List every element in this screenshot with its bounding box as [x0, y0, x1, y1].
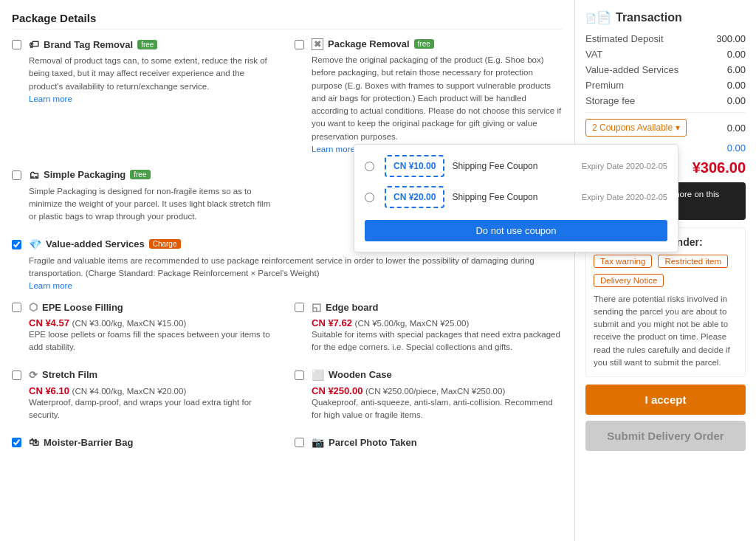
coupon-radio-1[interactable]	[365, 162, 374, 171]
value-added-row: Value-added Services 6.00	[585, 64, 746, 75]
edge-board-checkbox[interactable]	[295, 303, 304, 312]
value-added-learn-more[interactable]: Learn more	[29, 281, 72, 290]
coupon-btn-label: 2 Coupons Available	[592, 123, 673, 133]
coupon-radio-2[interactable]	[365, 193, 374, 202]
tag-icon	[29, 38, 39, 50]
brand-tag-learn-more[interactable]: Learn more	[29, 94, 72, 103]
coupon-row: 2 Coupons Available ▾ 0.00	[585, 119, 746, 137]
simple-packaging-badge: free	[130, 170, 150, 179]
moister-checkbox[interactable]	[12, 438, 21, 447]
edge-desc: Suitable for items with special packages…	[312, 328, 563, 354]
premium-value: 0.00	[727, 80, 746, 91]
brand-tag-checkbox[interactable]	[12, 40, 21, 49]
coupon2-value: 0.00	[727, 142, 746, 154]
coupon-type-2: Shipping Fee Coupon	[452, 192, 574, 202]
do-not-use-button[interactable]: Do not use coupon	[365, 220, 667, 241]
value-added-badge: Charge	[149, 239, 181, 249]
coupon-value: 0.00	[727, 123, 746, 134]
package-removal-checkbox[interactable]	[295, 40, 304, 49]
value-added-label: Value-added Services	[46, 238, 145, 249]
package-removal-desc: Remove the original packaging of the pro…	[312, 54, 563, 143]
edge-price: CN ¥7.62	[312, 317, 352, 328]
stretch-desc: Waterproof, damp-proof, and wraps your l…	[29, 396, 280, 422]
reminder-tags: Tax warning Restricted item Delivery Not…	[594, 255, 738, 287]
package-removal-badge: free	[414, 39, 434, 49]
epe-price: CN ¥4.57	[29, 317, 69, 328]
simple-packaging-desc: Simple Packaging is designed for non-fra…	[29, 185, 280, 224]
edge-price-sub: (CN ¥5.00/kg, MaxCN ¥25.00)	[355, 319, 470, 328]
coupon-button[interactable]: 2 Coupons Available ▾	[585, 119, 687, 137]
wooden-icon	[312, 369, 324, 381]
total-amount: ¥306.00	[693, 159, 746, 176]
submit-button[interactable]: Submit Delivery Order	[585, 421, 746, 451]
wooden-price-sub: (CN ¥250.00/piece, MaxCN ¥250.00)	[365, 387, 505, 396]
package-removal-learn-more[interactable]: Learn more	[312, 145, 355, 154]
coupon-item-1: CN ¥10.00 Shipping Fee Coupon Expiry Dat…	[365, 155, 667, 177]
edge-board-label: Edge board	[326, 302, 379, 313]
epe-desc: EPE loose pellets or foams fill the spac…	[29, 328, 280, 354]
page-title: Package Details	[12, 12, 563, 30]
brand-tag-desc: Removal of product tags can, to some ext…	[29, 55, 280, 93]
stretch-checkbox[interactable]	[12, 371, 21, 380]
photo-icon	[312, 436, 324, 448]
premium-row: Premium 0.00	[585, 80, 746, 91]
value-added-services-label: Value-added Services	[585, 64, 678, 75]
coupon-type-1: Shipping Fee Coupon	[452, 161, 574, 171]
coupon-badge-1: CN ¥10.00	[385, 155, 444, 177]
brand-tag-badge: free	[137, 40, 157, 49]
accept-button[interactable]: I accept	[585, 385, 746, 415]
simple-packaging-checkbox[interactable]	[12, 170, 21, 180]
estimated-deposit-label: Estimated Deposit	[585, 33, 664, 44]
estimated-deposit-row: Estimated Deposit 300.00	[585, 33, 746, 44]
delivery-notice-tag[interactable]: Delivery Notice	[594, 274, 664, 287]
simple-icon	[29, 169, 39, 181]
wooden-label: Wooden Case	[329, 369, 392, 380]
premium-label: Premium	[585, 80, 624, 91]
vat-row: VAT 0.00	[585, 49, 746, 60]
brand-tag-label: Brand Tag Removal	[44, 39, 133, 50]
value-added-checkbox[interactable]	[12, 240, 21, 249]
storage-row: Storage fee 0.00	[585, 95, 746, 106]
x-icon	[312, 38, 323, 49]
epe-checkbox[interactable]	[12, 303, 21, 312]
storage-label: Storage fee	[585, 95, 635, 106]
coupon-badge-2: CN ¥20.00	[385, 186, 444, 208]
tax-warning-tag[interactable]: Tax warning	[594, 255, 652, 268]
parcel-photo-label: Parcel Photo Taken	[329, 437, 417, 448]
stretch-price-sub: (CN ¥4.00/kg, MaxCN ¥20.00)	[72, 387, 187, 396]
moister-icon	[29, 436, 39, 448]
estimated-deposit-value: 300.00	[716, 33, 746, 44]
coupon-item-2: CN ¥20.00 Shipping Fee Coupon Expiry Dat…	[365, 186, 667, 208]
restricted-item-tag[interactable]: Restricted item	[658, 255, 728, 268]
epe-label: EPE Loose Filling	[42, 302, 123, 313]
stretch-icon	[29, 369, 38, 381]
wooden-checkbox[interactable]	[295, 371, 304, 380]
value-added-desc: Fragile and valuable items are recommend…	[29, 255, 563, 280]
coupon-expiry-2: Expiry Date 2020-02-05	[582, 193, 667, 201]
parcel-photo-checkbox[interactable]	[295, 438, 304, 447]
value-added-services-value: 6.00	[727, 64, 746, 75]
chevron-down-icon: ▾	[676, 123, 680, 133]
reminder-text: There are potential risks involved in se…	[594, 293, 738, 370]
wooden-price: CN ¥250.00	[312, 385, 362, 396]
coupon-expiry-1: Expiry Date 2020-02-05	[582, 162, 667, 170]
epe-icon	[29, 301, 38, 313]
package-removal-label: Package Removal	[328, 38, 410, 49]
coupon-dropdown: CN ¥10.00 Shipping Fee Coupon Expiry Dat…	[354, 144, 678, 252]
stretch-label: Stretch Film	[42, 369, 97, 380]
vat-value: 0.00	[727, 49, 746, 60]
moister-label: Moister-Barrier Bag	[44, 437, 133, 448]
vat-label: VAT	[585, 49, 602, 60]
epe-price-sub: (CN ¥3.00/kg, MaxCN ¥15.00)	[72, 319, 187, 328]
edge-icon	[312, 301, 321, 313]
storage-value: 0.00	[727, 95, 746, 106]
transaction-title: 📄 Transaction	[585, 10, 746, 24]
simple-packaging-label: Simple Packaging	[44, 169, 126, 180]
stretch-price: CN ¥6.10	[29, 385, 69, 396]
wooden-desc: Quakeproof, anti-squeeze, anti-slam, ant…	[312, 396, 563, 422]
doc-icon: 📄	[585, 10, 611, 24]
value-icon	[29, 238, 41, 250]
